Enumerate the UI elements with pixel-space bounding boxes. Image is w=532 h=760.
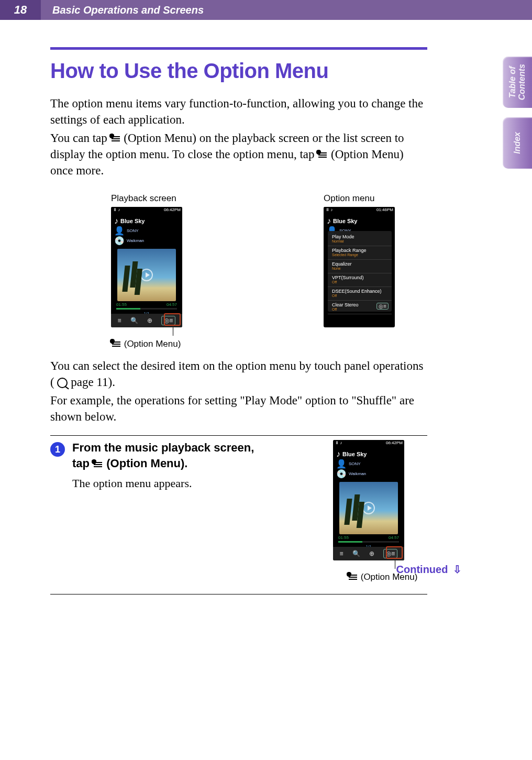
option-value: Off	[332, 294, 387, 298]
om-callout-label: + (Option Menu)	[111, 339, 200, 349]
globe-icon: ⊕	[369, 550, 374, 557]
option-menu-icon: +	[93, 461, 103, 468]
page-ref-icon	[57, 378, 68, 388]
status-right: 06:42PM	[386, 440, 403, 447]
step-number-badge: 1	[50, 442, 65, 457]
option-list: Play ModeNormal Playback RangeSelected R…	[328, 231, 392, 312]
time-total: 04:57	[167, 302, 177, 307]
playback-screenshot: ⏸ ♪ 06:42PM ♪ Blue Sky 👤 SONY 💿 Walkman …	[111, 207, 182, 327]
caption-playback: Playback screen	[111, 193, 200, 204]
callout-pointer-line	[173, 327, 173, 336]
album-art	[117, 249, 176, 301]
option-item[interactable]: Playback RangeSelected Range	[328, 246, 392, 260]
time-total: 04:57	[389, 535, 399, 540]
option-item[interactable]: Play ModeNormal	[328, 233, 392, 246]
option-menu-button[interactable]: ◎≡	[161, 316, 175, 325]
song-album: Walkman	[349, 471, 366, 477]
progress-bar	[338, 541, 399, 543]
album-icon: 💿	[114, 236, 125, 246]
option-item[interactable]: EqualizerNone	[328, 260, 392, 273]
song-artist: SONY	[127, 228, 139, 234]
text-run: Continued	[396, 564, 448, 575]
option-menu-button[interactable]: ◎≡	[376, 303, 389, 310]
mid-paragraph-1: You can select the desired item on the o…	[50, 358, 427, 390]
option-value: Normal	[332, 239, 387, 243]
sidetab-index[interactable]: Index	[503, 117, 532, 169]
list-icon: ≡	[118, 317, 121, 324]
option-name: DSEE(Sound Enhance)	[332, 289, 387, 294]
status-left: ⏸ ♪	[325, 207, 332, 214]
status-left: ⏸ ♪	[113, 207, 120, 214]
intro-paragraph-2: You can tap + (Option Menu) on the playb…	[50, 130, 427, 179]
song-title: Blue Sky	[120, 218, 145, 224]
search-icon: 🔍	[352, 550, 360, 557]
sidetab-label: Table of Contents	[508, 64, 526, 100]
text-run: page 11).	[71, 376, 115, 389]
step-heading: From the music playback screen, tap + (O…	[72, 440, 266, 471]
music-note-icon: ♪	[114, 216, 118, 226]
mid-text-block: You can select the desired item on the o…	[50, 358, 427, 425]
option-name: Equalizer	[332, 261, 387, 267]
sidetab-table-of-contents[interactable]: Table of Contents	[503, 57, 532, 108]
playback-screenshot: ⏸ ♪ 06:42PM ♪ Blue Sky 👤 SONY 💿 Walkman …	[333, 440, 404, 560]
text-run: (Option Menu).	[106, 457, 187, 470]
bottom-bar: ≡ 🔍 ⊕ ◎≡	[111, 314, 182, 327]
song-artist: SONY	[349, 461, 361, 467]
song-title: Blue Sky	[342, 451, 367, 457]
text-run: You can tap	[50, 131, 110, 145]
search-icon: 🔍	[130, 317, 138, 324]
mid-paragraph-2: For example, the operations for setting …	[50, 392, 427, 425]
intro-paragraph-1: The option menu items vary function-to-f…	[50, 95, 427, 128]
screenshots-row: Playback screen ⏸ ♪ 06:42PM ♪ Blue Sky 👤…	[111, 193, 427, 349]
option-menu-icon: +	[111, 340, 121, 348]
status-right: 06:42PM	[164, 207, 181, 214]
page-header: 18 Basic Operations and Screens	[0, 0, 532, 20]
artist-icon: 👤	[114, 226, 125, 236]
option-value: Selected Range	[332, 253, 387, 257]
option-menu-icon: +	[348, 574, 358, 581]
sidetab-label: Index	[513, 132, 522, 154]
step-screenshot-column: ⏸ ♪ 06:42PM ♪ Blue Sky 👤 SONY 💿 Walkman …	[333, 440, 427, 582]
down-arrow-icon: ⇩	[453, 563, 462, 576]
text-run: (Option Menu)	[124, 339, 181, 349]
content-column: How to Use the Option Menu The option me…	[50, 47, 427, 594]
continued-label: Continued ⇩	[396, 563, 462, 576]
music-note-icon: ♪	[336, 449, 340, 459]
option-value: Off	[332, 280, 387, 284]
step-body: The option menu appears.	[72, 477, 266, 490]
song-album: Walkman	[127, 238, 144, 244]
option-name: Playback Range	[332, 248, 387, 253]
album-icon: 💿	[336, 469, 347, 479]
status-left: ⏸ ♪	[335, 440, 342, 447]
song-title: Blue Sky	[333, 218, 357, 224]
progress-bar	[116, 308, 177, 310]
time-elapsed: 01:55	[338, 535, 349, 540]
status-right: 01:46PM	[376, 207, 393, 214]
option-name: VPT(Surround)	[332, 275, 387, 280]
bottom-bar: ≡ 🔍 ⊕ ◎≡	[333, 547, 404, 560]
option-menu-icon: +	[110, 135, 121, 142]
option-value: None	[332, 267, 387, 270]
page-number: 18	[0, 0, 41, 20]
step-1-row: 1 From the music playback screen, tap + …	[50, 440, 427, 582]
album-art	[339, 482, 398, 534]
callout-pointer-line	[395, 560, 395, 569]
playback-screenshot-column: Playback screen ⏸ ♪ 06:42PM ♪ Blue Sky 👤…	[111, 193, 200, 349]
heading-rule	[50, 47, 427, 50]
section-title: Basic Operations and Screens	[52, 4, 204, 16]
step-text-column: From the music playback screen, tap + (O…	[72, 440, 266, 490]
play-icon	[362, 502, 375, 514]
option-menu-icon: +	[317, 151, 328, 159]
option-item[interactable]: VPT(Surround)Off	[328, 273, 392, 287]
option-menu-button[interactable]: ◎≡	[383, 549, 397, 558]
divider	[50, 594, 427, 594]
artist-icon: 👤	[336, 459, 347, 469]
play-icon	[140, 269, 153, 281]
option-item[interactable]: DSEE(Sound Enhance)Off	[328, 287, 392, 301]
page-title: How to Use the Option Menu	[50, 59, 427, 83]
list-icon: ≡	[340, 550, 343, 557]
divider	[50, 435, 427, 436]
globe-icon: ⊕	[147, 317, 152, 324]
music-note-icon: ♪	[327, 216, 331, 226]
option-menu-screenshot: ⏸ ♪ 01:46PM ♪ Blue Sky 👤 SONY Play ModeN…	[324, 207, 395, 327]
